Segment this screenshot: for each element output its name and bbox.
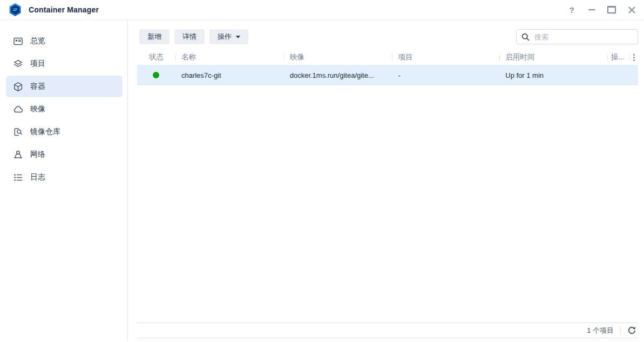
sidebar-item-label: 容器 — [30, 82, 45, 91]
sidebar-item-label: 映像 — [30, 104, 45, 114]
footer-divider — [620, 326, 621, 335]
refresh-icon[interactable] — [627, 326, 636, 335]
column-header-project[interactable]: 项目 — [392, 50, 499, 65]
column-header-status[interactable]: 状态 — [137, 50, 175, 65]
project-icon — [13, 59, 23, 69]
sidebar: 总览 项目 容器 — [0, 20, 128, 340]
sidebar-item-label: 总览 — [30, 36, 45, 46]
column-header-uptime[interactable]: 启用时间 — [499, 50, 607, 65]
sidebar-item-container[interactable]: 容器 — [6, 76, 123, 97]
sidebar-item-overview[interactable]: 总览 — [6, 30, 123, 52]
container-manager-logo-icon — [8, 3, 22, 17]
column-settings-menu-icon[interactable] — [629, 50, 638, 65]
sidebar-item-image[interactable]: 映像 — [6, 98, 123, 120]
sidebar-item-label: 日志 — [30, 172, 45, 182]
action-dropdown-button[interactable]: 操作 — [209, 29, 248, 44]
sidebar-item-registry[interactable]: 镜像仓库 — [6, 121, 123, 143]
image-cell: docker.1ms.run/gitea/gite... — [284, 71, 392, 79]
registry-icon — [13, 127, 23, 137]
column-header-action[interactable]: 操... — [607, 50, 629, 65]
table-header: 状态 名称 映像 项目 启用时间 操... — [137, 50, 638, 65]
details-button[interactable]: 详情 — [174, 29, 205, 44]
name-cell: charles7c-git — [175, 71, 284, 79]
search-box — [516, 29, 638, 44]
minimize-icon[interactable] — [587, 5, 596, 15]
status-cell — [137, 72, 175, 78]
container-icon — [13, 82, 23, 92]
search-input[interactable] — [533, 32, 633, 42]
item-count-label: 1 个项目 — [587, 326, 614, 336]
image-icon — [13, 104, 23, 115]
network-icon — [13, 150, 23, 160]
add-button[interactable]: 新增 — [139, 29, 170, 44]
search-icon — [521, 33, 530, 41]
window-controls: ? — [567, 0, 636, 19]
uptime-cell: Up for 1 min — [499, 71, 607, 79]
maximize-icon[interactable] — [607, 5, 616, 15]
app-title: Container Manager — [29, 5, 99, 14]
sidebar-item-label: 网络 — [30, 150, 45, 159]
chevron-down-icon — [236, 36, 240, 38]
column-header-image[interactable]: 映像 — [284, 50, 392, 65]
sidebar-item-project[interactable]: 项目 — [6, 53, 123, 75]
project-cell: - — [392, 71, 499, 79]
container-table: 状态 名称 映像 项目 启用时间 操... charles7c-git dock… — [137, 50, 638, 85]
help-icon[interactable]: ? — [567, 5, 577, 15]
table-row[interactable]: charles7c-git docker.1ms.run/gitea/gite.… — [137, 65, 638, 85]
toolbar: 新增 详情 操作 — [139, 29, 638, 44]
titlebar: Container Manager ? — [0, 0, 644, 20]
sidebar-item-label: 项目 — [30, 59, 45, 69]
overview-icon — [13, 36, 23, 46]
sidebar-item-log[interactable]: 日志 — [6, 166, 123, 188]
column-header-name[interactable]: 名称 — [175, 50, 284, 65]
log-icon — [13, 172, 23, 183]
main-panel: 新增 详情 操作 状态 名称 映像 项目 — [128, 20, 644, 342]
sidebar-item-label: 镜像仓库 — [30, 127, 60, 137]
sidebar-item-network[interactable]: 网络 — [6, 144, 123, 165]
status-bar: 1 个项目 — [137, 323, 638, 338]
close-icon[interactable] — [627, 5, 636, 15]
status-running-dot — [153, 72, 159, 78]
